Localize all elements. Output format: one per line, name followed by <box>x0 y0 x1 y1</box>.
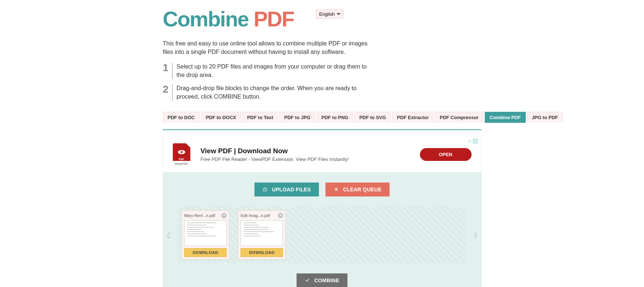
tab-pdf-to-text[interactable]: PDF to Text <box>242 112 278 123</box>
upload-label: UPLOAD FILES <box>272 187 311 192</box>
scroll-right-arrow[interactable]: › <box>472 227 480 243</box>
combine-button[interactable]: COMBINE <box>297 273 347 287</box>
tab-pdf-to-svg[interactable]: PDF to SVG <box>354 112 391 123</box>
tab-pdf-to-doc[interactable]: PDF to DOC <box>163 112 200 123</box>
tab-jpg-to-pdf[interactable]: JPG to PDF <box>527 112 563 123</box>
remove-file-icon[interactable]: ✕ <box>222 213 227 218</box>
tab-pdf-to-png[interactable]: PDF to PNG <box>317 112 353 123</box>
step-text: Select up to 20 PDF files and images fro… <box>176 63 368 79</box>
ad-icon-label: ViewPDF <box>173 162 190 166</box>
scroll-left-arrow[interactable]: ‹ <box>165 227 172 243</box>
combine-label: COMBINE <box>314 277 339 283</box>
check-icon <box>305 278 310 283</box>
logo-word1: Combine <box>163 7 249 31</box>
step-number: 2 <box>163 84 173 101</box>
step-text: Drag-and-drop file blocks to change the … <box>176 84 368 101</box>
ad-subtitle: Free PDF File Reader - ViewPDF Extension… <box>201 157 349 162</box>
file-thumbnail <box>184 220 227 246</box>
tab-combine-pdf[interactable]: Combine PDF <box>485 112 525 123</box>
file-card[interactable]: Edit Imag...n.pdf✕DOWNLOAD <box>238 210 286 260</box>
upload-files-button[interactable]: UPLOAD FILES <box>254 183 319 196</box>
tool-tabs: PDF to DOCPDF to DOCXPDF to TextPDF to J… <box>163 112 481 123</box>
remove-file-icon[interactable]: ✕ <box>278 213 283 218</box>
file-card[interactable]: Mary Rent...n.pdf✕DOWNLOAD <box>182 210 229 260</box>
clear-queue-button[interactable]: CLEAR QUEUE <box>325 183 390 196</box>
step-2: 2Drag-and-drop file blocks to change the… <box>163 84 368 101</box>
file-name: Mary Rent...n.pdf <box>184 213 215 218</box>
logo: Combine PDF <box>163 7 294 31</box>
file-thumbnail <box>241 220 283 246</box>
step-1: 1Select up to 20 PDF files and images fr… <box>163 63 368 79</box>
ad-icon-wrap: PDF ViewPDF <box>173 143 190 166</box>
language-select[interactable]: English <box>316 10 343 19</box>
tab-pdf-compressor[interactable]: PDF Compressor <box>435 112 483 123</box>
file-drop-zone[interactable]: Mary Rent...n.pdf✕DOWNLOADEdit Imag...n.… <box>178 207 466 263</box>
tab-pdf-to-docx[interactable]: PDF to DOCX <box>201 112 241 123</box>
ad-close-icon[interactable]: ✕ <box>473 139 477 143</box>
download-button[interactable]: DOWNLOAD <box>241 248 283 257</box>
download-button[interactable]: DOWNLOAD <box>184 248 227 257</box>
close-icon <box>334 187 339 192</box>
ad-open-button[interactable]: OPEN <box>420 148 472 161</box>
adchoices-icon[interactable]: ▷ <box>469 139 472 143</box>
ad-banner: PDF ViewPDF View PDF | Download Now Free… <box>163 137 481 172</box>
intro-text: This free and easy to use online tool al… <box>163 39 368 56</box>
clear-label: CLEAR QUEUE <box>343 187 381 192</box>
ad-title: View PDF | Download Now <box>201 147 349 155</box>
tab-pdf-to-jpg[interactable]: PDF to JPG <box>279 112 315 123</box>
file-name: Edit Imag...n.pdf <box>241 213 270 218</box>
ad-pdf-icon: PDF <box>173 143 190 161</box>
svg-point-1 <box>180 151 183 153</box>
workspace: PDF ViewPDF View PDF | Download Now Free… <box>163 137 481 287</box>
step-number: 1 <box>163 63 173 79</box>
upload-icon <box>263 187 268 192</box>
logo-word2: PDF <box>254 7 294 31</box>
tab-pdf-extractor[interactable]: PDF Extractor <box>392 112 433 123</box>
